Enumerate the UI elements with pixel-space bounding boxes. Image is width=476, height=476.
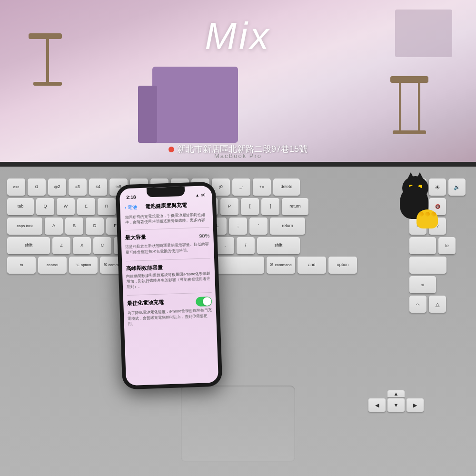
key-tab[interactable]: tab: [7, 198, 34, 215]
key-bracket-open[interactable]: [: [241, 198, 259, 215]
coin-3: [431, 212, 436, 217]
key-option-left[interactable]: ⌥ option: [69, 257, 98, 274]
key-slash[interactable]: /: [237, 237, 255, 254]
key-volume-down[interactable]: 🔉: [448, 178, 466, 196]
key-d[interactable]: D: [86, 218, 104, 235]
divider-3: [127, 292, 212, 296]
intro-text: 如同所有的充電式電池，手機電池屬於消耗性組件，會隨著使用時間而逐漸降低效能。更多…: [124, 212, 209, 226]
divider-2: [126, 258, 210, 261]
iphone-notch: [147, 187, 185, 198]
key-bracket-close[interactable]: ]: [261, 198, 279, 215]
optimize-toggle[interactable]: [196, 297, 212, 307]
iphone-screen: 2:18 ▲ 90 ‹ 電池 電池健康度與充電: [119, 186, 218, 386]
arrow-keys[interactable]: ▲ ◀ ▼ ▶: [368, 390, 424, 412]
key-s[interactable]: S: [65, 218, 83, 235]
peak-performance-section: 高峰期效能容量 內建動能數據和硬體系統可根據因iPhone化學年齡增加，對執行效…: [126, 262, 211, 290]
status-icons: ▲ 90: [195, 193, 205, 198]
key-esc[interactable]: esc: [7, 178, 25, 196]
wifi-icon: ▲: [195, 193, 199, 198]
key-2[interactable]: @2: [48, 178, 66, 196]
status-time: 2:18: [126, 194, 136, 200]
peak-performance-desc: 內建動能數據和硬體系統可根據因iPhone化學年齡增加，對執行效能產生的影響（可…: [126, 271, 211, 290]
optimize-section: 最佳化電池充電 為了降低電池老化速度，iPhone會學習你的每日充電模式，會暫緩…: [127, 297, 213, 327]
key-x[interactable]: X: [73, 237, 91, 254]
iphone-content: ‹ 電池 電池健康度與充電 如同所有的充電式電池，手機電池屬於消耗性組件，會隨著…: [120, 199, 218, 386]
key-semicolon[interactable]: ;: [229, 218, 247, 235]
key-arrow-right[interactable]: ▶: [407, 398, 424, 412]
max-capacity-section: 最大容量 90% 這是相較於全新狀態時測量的電池容量。較低的容量可能會縮短每次充…: [125, 231, 210, 255]
key-minus[interactable]: _-: [232, 178, 250, 196]
toggle-thumb: [203, 297, 212, 306]
cat-ear-left: [407, 172, 415, 180]
max-capacity-desc: 這是相較於全新狀態時測量的電池容量。較低的容量可能會縮短每次充電後的使用時間。: [125, 241, 210, 255]
cat-figurine: [395, 176, 438, 228]
optimize-label: 最佳化電池充電: [127, 299, 164, 307]
key-command-right[interactable]: ⌘ command: [267, 257, 295, 274]
key-arrow-left[interactable]: ◀: [368, 398, 386, 412]
key-fn[interactable]: fn: [7, 257, 36, 274]
key-and[interactable]: and: [298, 257, 326, 274]
key-caps[interactable]: caps lock: [7, 218, 42, 235]
key-control[interactable]: control: [38, 257, 67, 274]
key-sl[interactable]: sl: [409, 276, 436, 293]
key-arrow-down[interactable]: ▼: [387, 398, 405, 412]
key-shift-left[interactable]: shift: [7, 237, 50, 254]
key-a[interactable]: A: [45, 218, 63, 235]
cat-basket: [416, 209, 438, 228]
optimize-desc: 為了降低電池老化速度，iPhone會學習你的每日充電模式，會暫緩充電到80%以上…: [128, 307, 213, 327]
key-equals[interactable]: +=: [253, 178, 271, 196]
divider-1: [125, 227, 209, 230]
max-capacity-value: 90%: [199, 233, 209, 239]
key-e[interactable]: E: [77, 198, 95, 215]
key-misc5[interactable]: [409, 257, 446, 274]
key-c[interactable]: C: [93, 237, 111, 254]
key-quote[interactable]: ': [249, 218, 268, 235]
battery-value: 90: [201, 193, 205, 197]
key-return2[interactable]: return: [270, 218, 305, 235]
settings-body: 如同所有的充電式電池，手機電池屬於消耗性組件，會隨著使用時間而逐漸降低效能。更多…: [120, 210, 217, 334]
key-3[interactable]: #3: [69, 178, 87, 196]
key-z[interactable]: Z: [52, 237, 70, 254]
macbook-label: MacBook Pro: [214, 152, 262, 159]
key-period[interactable]: .: [216, 237, 234, 254]
key-lambda[interactable]: ヘ: [409, 296, 426, 313]
monitor-display: Mix 新北市新店區北新路二段97巷15號: [0, 0, 476, 162]
cat-ear-right: [416, 172, 424, 180]
key-arrow-up[interactable]: ▲: [387, 390, 405, 397]
key-shift-right[interactable]: shift: [257, 237, 300, 254]
key-misc4[interactable]: te: [438, 237, 456, 254]
key-delete[interactable]: delete: [273, 178, 300, 196]
key-r[interactable]: R: [98, 198, 116, 215]
main-scene: Mix 新北市新店區北新路二段97巷15號 MacBook Pro esc !1…: [0, 0, 476, 476]
key-misc3[interactable]: [409, 237, 436, 254]
coin-1: [419, 212, 424, 217]
key-q[interactable]: Q: [36, 198, 54, 215]
key-4[interactable]: $4: [89, 178, 107, 196]
max-capacity-label: 最大容量: [125, 234, 146, 242]
store-logo: Mix: [205, 14, 271, 58]
nav-back-button[interactable]: ‹ 電池: [125, 204, 137, 211]
key-triangle-up[interactable]: △: [429, 296, 446, 313]
nav-title: 電池健康度與充電: [145, 202, 187, 210]
coin-2: [425, 212, 430, 217]
key-return[interactable]: return: [282, 198, 308, 215]
iphone-device: 2:18 ▲ 90 ‹ 電池 電池健康度與充電: [116, 181, 223, 389]
key-option-right[interactable]: option: [328, 257, 357, 274]
key-w[interactable]: W: [57, 198, 75, 215]
key-p[interactable]: P: [220, 198, 238, 215]
key-1[interactable]: !1: [28, 178, 46, 196]
trackpad[interactable]: [181, 386, 295, 462]
